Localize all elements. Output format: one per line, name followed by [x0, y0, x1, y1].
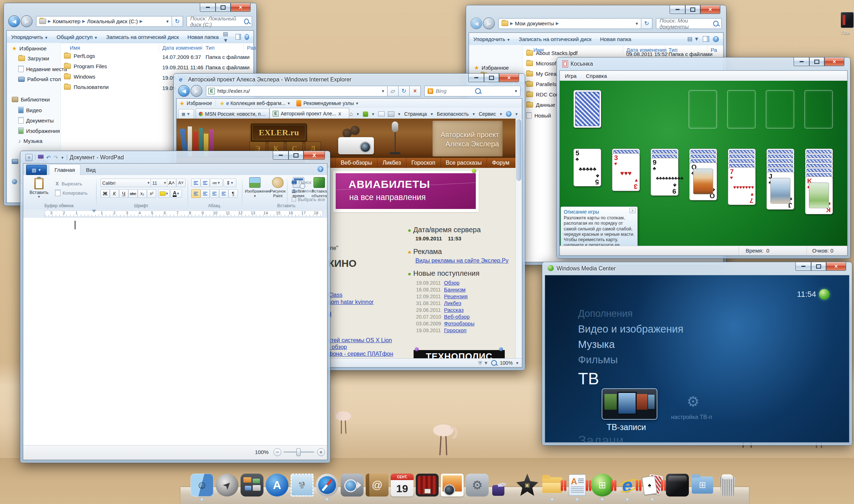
- sidebar-item-favorites[interactable]: ★Избранное: [12, 45, 46, 52]
- print-icon[interactable]: [388, 111, 394, 117]
- redo-button[interactable]: ↷: [53, 154, 58, 161]
- tooltip-close-icon[interactable]: ×: [630, 208, 636, 213]
- search-input[interactable]: Поиск: Локальный диск (C:): [187, 16, 252, 27]
- techno-banner[interactable]: ТЕХНОПОЛИС: [414, 350, 505, 359]
- dock-icon-pages[interactable]: ✒: [491, 474, 514, 496]
- kino-link[interactable]: Class: [328, 292, 342, 298]
- help-icon[interactable]: ?: [506, 111, 512, 117]
- copy-button[interactable]: Копировать: [53, 189, 94, 197]
- file-row[interactable]: Пользователи: [64, 84, 109, 90]
- foundation-slot-4[interactable]: [804, 90, 833, 129]
- tab-close-icon[interactable]: x: [339, 111, 341, 116]
- dock-icon-solitaire[interactable]: ♠: [641, 474, 664, 496]
- mc-menu-tasks[interactable]: Задачи: [578, 433, 624, 443]
- news-link[interactable]: Рецензия: [444, 293, 468, 299]
- minimize-button[interactable]: [670, 5, 685, 14]
- ads-link[interactable]: Виды рекламы на сайте Экслер.Ру: [415, 258, 508, 264]
- help-icon[interactable]: ?: [245, 34, 249, 40]
- compatibility-view-icon[interactable]: ▱: [387, 86, 399, 96]
- protected-mode-icon[interactable]: ⛨ ▼: [478, 360, 488, 366]
- ie-vertical-scrollbar[interactable]: [515, 119, 522, 359]
- dock-icon-ical[interactable]: СЕНТ. 19: [391, 474, 414, 496]
- strikethrough-button[interactable]: abc: [128, 189, 138, 198]
- tab-view[interactable]: Вид: [81, 165, 100, 175]
- nav-item-likbez[interactable]: Ликбез: [377, 158, 406, 168]
- back-button[interactable]: ◀: [8, 15, 20, 27]
- minimize-button[interactable]: [200, 3, 216, 12]
- tv-settings-gear-icon[interactable]: ⚙: [687, 393, 700, 410]
- news-link[interactable]: Обзор: [444, 280, 459, 286]
- dock-icon-facetime[interactable]: [341, 474, 364, 496]
- search-dropdown-icon[interactable]: ▼: [512, 89, 520, 93]
- tv-recordings-label[interactable]: ТВ-записи: [607, 423, 646, 432]
- dock-icon-iphoto[interactable]: [441, 474, 464, 496]
- tab-msn[interactable]: MSN Россия: новости, по...: [196, 109, 270, 119]
- dock-icon-contacts[interactable]: @: [366, 474, 389, 496]
- select-all-button[interactable]: Выбрать все: [290, 195, 327, 204]
- find-button[interactable]: Поиск: [290, 178, 313, 186]
- feeds-icon[interactable]: [363, 111, 368, 117]
- news-link[interactable]: Рассказ: [444, 307, 464, 313]
- kino-link[interactable]: стей системы OS X Lion: [328, 337, 392, 344]
- italic-button[interactable]: К: [110, 189, 119, 198]
- breadcrumb-drive[interactable]: Локальный диск (C:): [87, 18, 138, 24]
- cut-button[interactable]: Вырезать: [53, 179, 90, 188]
- grow-font-button[interactable]: A˄: [167, 179, 176, 187]
- url-text[interactable]: http://exler.ru/: [217, 88, 250, 94]
- safety-menu[interactable]: Безопасность: [437, 111, 469, 117]
- maximize-button[interactable]: [685, 5, 700, 14]
- dock-icon-windows-apps-folder[interactable]: ⊞: [691, 474, 714, 496]
- superscript-button[interactable]: x²: [147, 189, 156, 198]
- suggested-sites-button[interactable]: Рекомендуемые узлы: [303, 100, 354, 106]
- minimize-button[interactable]: [794, 58, 809, 66]
- insert-paint-button[interactable]: Рисунок Paint: [268, 177, 288, 198]
- minimize-button[interactable]: [795, 262, 811, 271]
- maximize-button[interactable]: [216, 3, 231, 12]
- decrease-indent-button[interactable]: [191, 179, 201, 187]
- qat-dropdown-icon[interactable]: ▼: [61, 156, 64, 160]
- address-dropdown-icon[interactable]: ▼: [379, 89, 387, 93]
- paste-button[interactable]: Вставить ▼: [29, 177, 49, 201]
- sidebar-item-music[interactable]: ♪Музыка: [18, 138, 43, 144]
- font-color-button[interactable]: A▼: [171, 189, 182, 198]
- mc-menu-music[interactable]: Музыка: [578, 339, 615, 350]
- organize-button[interactable]: Упорядочить ▼: [7, 34, 52, 40]
- news-link[interactable]: Веб-обзор: [444, 314, 470, 320]
- tableau-card[interactable]: 9♣ 9♣ ♣♣♣♣♣♣♣♣♣: [651, 158, 678, 196]
- new-folder-button[interactable]: Новая папка: [183, 34, 223, 40]
- nav-item-webobzory[interactable]: Веб-обзоры: [335, 158, 377, 168]
- home-icon[interactable]: ⌂: [349, 111, 353, 117]
- nav-item-vse-rasskazy[interactable]: Все рассказы: [440, 158, 487, 168]
- file-row[interactable]: Новый: [526, 112, 551, 119]
- align-left-button[interactable]: [191, 189, 201, 198]
- sidebar-item-video[interactable]: Видео: [18, 107, 42, 113]
- new-folder-button[interactable]: Новая папка: [596, 36, 635, 42]
- back-button[interactable]: ◀: [470, 18, 482, 29]
- dock-icon-windows-media-center[interactable]: ⊞: [591, 474, 614, 496]
- dock-icon-windows-explorer[interactable]: [541, 474, 564, 496]
- subscript-button[interactable]: x₂: [138, 189, 147, 198]
- dock-icon-launchpad[interactable]: ➤: [216, 474, 238, 496]
- address-bar[interactable]: ▶ Компьютер ▶ Локальный диск (C:) ▶ ▼: [36, 16, 172, 27]
- increase-indent-button[interactable]: [201, 179, 210, 187]
- preview-pane-button[interactable]: [236, 34, 241, 40]
- kino-link[interactable]: фона - сервис ПЛАТфон: [328, 351, 393, 357]
- close-button[interactable]: ×: [499, 74, 519, 82]
- paragraph-dialog-button[interactable]: ¶: [228, 189, 238, 198]
- justify-button[interactable]: [219, 189, 228, 198]
- insert-image-button[interactable]: Изображение ▼: [245, 177, 265, 198]
- favorites-star-icon[interactable]: ★: [179, 100, 184, 107]
- refresh-button[interactable]: ↻: [399, 86, 410, 96]
- tableau-card[interactable]: Q♣ Q♣: [689, 163, 717, 200]
- dock-icon-finder[interactable]: ☺: [191, 474, 213, 496]
- tableau-card[interactable]: K♦ K♦: [805, 176, 833, 214]
- sidebar-item-favorites[interactable]: ★Избранное: [474, 64, 509, 71]
- web-slices-button[interactable]: Коллекция веб-фрагм...: [230, 100, 285, 106]
- dock-icon-mission-control[interactable]: [241, 474, 263, 496]
- forward-button[interactable]: ▶: [483, 18, 495, 29]
- wordpad-app-menu-button[interactable]: ▤ ▼: [26, 165, 47, 175]
- search-icon[interactable]: [244, 19, 249, 24]
- refresh-button[interactable]: ↻: [641, 18, 652, 29]
- menu-help[interactable]: Справка: [586, 73, 607, 79]
- forward-button[interactable]: ▶: [191, 85, 202, 97]
